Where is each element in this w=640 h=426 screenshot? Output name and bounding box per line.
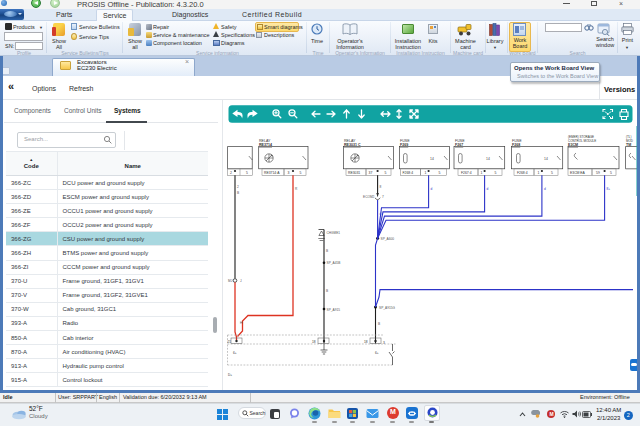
svg-text:1: 1 xyxy=(481,171,483,175)
svg-text:1: 1 xyxy=(425,171,427,175)
svg-text:B: B xyxy=(326,249,328,253)
svg-text:5: 5 xyxy=(300,171,302,175)
svg-text:SP_A915: SP_A915 xyxy=(327,308,341,312)
svg-text:3: 3 xyxy=(383,341,385,345)
svg-text:CONTROL MODULE: CONTROL MODULE xyxy=(568,139,596,143)
svg-text:8: 8 xyxy=(380,185,382,189)
svg-text:5: 5 xyxy=(610,171,612,175)
svg-text:MJ: MJ xyxy=(228,279,233,283)
svg-text:d: d xyxy=(431,187,433,191)
svg-text:SP_A600: SP_A600 xyxy=(381,237,395,241)
svg-text:59: 59 xyxy=(596,171,600,175)
svg-text:5: 5 xyxy=(495,171,497,175)
svg-text:37: 37 xyxy=(369,171,373,175)
svg-text:FUSE: FUSE xyxy=(455,139,465,143)
svg-text:2: 2 xyxy=(237,185,239,189)
svg-text:B: B xyxy=(237,191,239,195)
svg-text:5: 5 xyxy=(551,171,553,175)
svg-text:RELAY: RELAY xyxy=(344,139,356,143)
svg-text:d: d xyxy=(544,187,546,191)
svg-text:18: 18 xyxy=(312,340,316,344)
svg-text:14: 14 xyxy=(486,157,490,161)
svg-text:J: J xyxy=(240,279,242,283)
svg-text:21: 21 xyxy=(228,340,232,344)
svg-text:1: 1 xyxy=(538,171,540,175)
svg-text:RE3714:A: RE3714:A xyxy=(264,171,280,175)
svg-text:F267:4: F267:4 xyxy=(461,171,472,175)
svg-text:d: d xyxy=(487,187,489,191)
svg-text:B: B xyxy=(326,289,328,293)
svg-text:6+: 6+ xyxy=(233,351,237,355)
svg-text:3: 3 xyxy=(288,171,290,175)
svg-text:F268:4: F268:4 xyxy=(517,171,528,175)
svg-text:E3CM:EA: E3CM:EA xyxy=(570,171,586,175)
svg-text:5: 5 xyxy=(246,171,248,175)
svg-text:6+: 6+ xyxy=(375,351,379,355)
svg-text:d: d xyxy=(380,212,382,216)
svg-text:SP_A45B: SP_A45B xyxy=(327,261,341,265)
svg-text:MOD: MOD xyxy=(626,139,634,143)
svg-text:FUSE: FUSE xyxy=(400,139,410,143)
svg-text:5: 5 xyxy=(385,171,387,175)
svg-text:7: 7 xyxy=(382,195,384,199)
svg-text:R: R xyxy=(295,187,298,191)
svg-text:RE3031: RE3031 xyxy=(348,171,360,175)
svg-text:SP_A915G: SP_A915G xyxy=(379,306,395,310)
svg-text:14: 14 xyxy=(430,157,434,161)
svg-text:D+: D+ xyxy=(228,373,232,377)
svg-text:ECOM2: ECOM2 xyxy=(363,195,375,199)
svg-text:8+: 8+ xyxy=(607,187,611,191)
svg-text:F268:4: F268:4 xyxy=(403,171,414,175)
svg-text:5: 5 xyxy=(439,171,441,175)
svg-text:2: 2 xyxy=(230,171,232,175)
svg-text:FUSE: FUSE xyxy=(512,139,522,143)
svg-text:18: 18 xyxy=(364,340,368,344)
svg-text:14: 14 xyxy=(544,157,548,161)
svg-text:CHGME1: CHGME1 xyxy=(327,231,341,235)
svg-text:B: B xyxy=(378,322,380,326)
svg-text:RELAY: RELAY xyxy=(259,139,271,143)
